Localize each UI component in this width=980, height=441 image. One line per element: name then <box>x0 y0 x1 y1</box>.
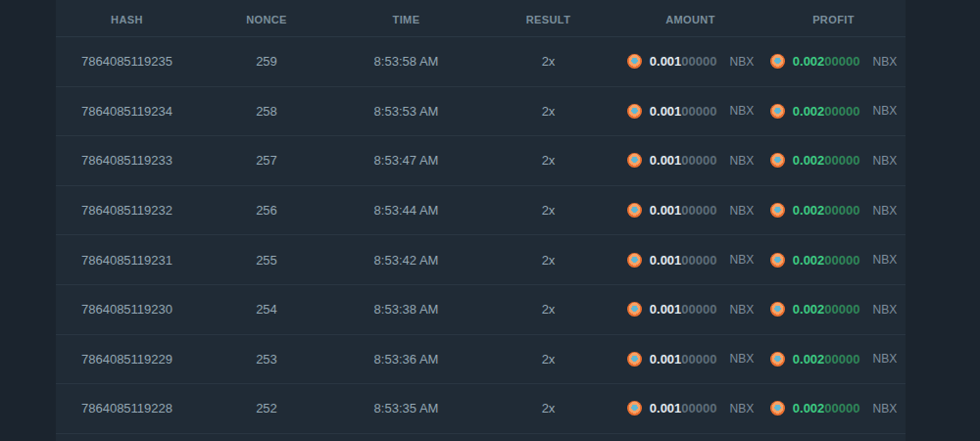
cell-profit: 0.00200000 NBX <box>761 153 906 168</box>
profit-value: 0.00200000 <box>793 104 860 119</box>
amount-value: 0.00100000 <box>650 352 717 367</box>
cell-nonce: 255 <box>198 253 335 268</box>
table-row[interactable]: 7864085119230 254 8:53:38 AM 2x 0.001000… <box>56 285 906 335</box>
coin-icon <box>627 352 642 367</box>
cell-hash: 7864085119234 <box>56 104 198 119</box>
cell-amount: 0.00100000 NBX <box>619 302 761 317</box>
coin-icon <box>627 153 642 168</box>
table-row[interactable]: 7864085119234 258 8:53:53 AM 2x 0.001000… <box>56 87 906 137</box>
column-header-time: TIME <box>335 14 477 25</box>
cell-hash: 7864085119229 <box>56 352 198 367</box>
profit-currency: NBX <box>873 204 898 218</box>
column-header-profit: PROFIT <box>761 14 906 25</box>
cell-time: 8:53:35 AM <box>335 401 477 416</box>
cell-nonce: 254 <box>198 302 335 317</box>
cell-result: 2x <box>477 153 619 168</box>
cell-result: 2x <box>477 203 619 218</box>
amount-currency: NBX <box>730 352 755 366</box>
profit-currency: NBX <box>873 402 898 416</box>
profit-currency: NBX <box>873 352 898 366</box>
cell-result: 2x <box>477 401 619 416</box>
profit-value: 0.00200000 <box>793 253 860 268</box>
cell-profit: 0.00200000 NBX <box>761 203 906 218</box>
column-header-hash: HASH <box>56 14 198 25</box>
column-header-amount: AMOUNT <box>619 14 761 25</box>
cell-amount: 0.00100000 NBX <box>619 401 761 416</box>
cell-amount: 0.00100000 NBX <box>619 253 761 268</box>
profit-value: 0.00200000 <box>793 153 860 168</box>
coin-icon <box>770 104 785 119</box>
amount-currency: NBX <box>730 154 755 168</box>
table-row[interactable]: 7864085119231 255 8:53:42 AM 2x 0.001000… <box>56 235 906 285</box>
coin-icon <box>770 302 785 317</box>
amount-value: 0.00100000 <box>650 153 717 168</box>
coin-icon <box>770 253 785 268</box>
table-header: HASH NONCE TIME RESULT AMOUNT PROFIT <box>56 0 906 37</box>
cell-time: 8:53:53 AM <box>335 104 477 119</box>
amount-value: 0.00100000 <box>650 203 717 218</box>
amount-currency: NBX <box>730 204 755 218</box>
cell-time: 8:53:47 AM <box>335 153 477 168</box>
coin-icon <box>627 253 642 268</box>
cell-nonce: 256 <box>198 203 335 218</box>
table-row[interactable]: 7864085119229 253 8:53:36 AM 2x 0.001000… <box>56 335 906 385</box>
profit-value: 0.00200000 <box>793 203 860 218</box>
profit-value: 0.00200000 <box>793 54 860 69</box>
amount-currency: NBX <box>730 55 755 69</box>
coin-icon <box>627 104 642 119</box>
coin-icon <box>627 401 642 416</box>
cell-result: 2x <box>477 302 619 317</box>
table-row[interactable]: 7864085119235 259 8:53:58 AM 2x 0.001000… <box>56 37 906 87</box>
table-row[interactable]: 7864085119233 257 8:53:47 AM 2x 0.001000… <box>56 136 906 186</box>
cell-result: 2x <box>477 104 619 119</box>
amount-value: 0.00100000 <box>650 401 717 416</box>
cell-hash: 7864085119232 <box>56 203 198 218</box>
coin-icon <box>770 153 785 168</box>
cell-result: 2x <box>477 253 619 268</box>
cell-nonce: 258 <box>198 104 335 119</box>
cell-nonce: 252 <box>198 401 335 416</box>
cell-profit: 0.00200000 NBX <box>761 401 906 416</box>
coin-icon <box>627 302 642 317</box>
cell-profit: 0.00200000 NBX <box>761 302 906 317</box>
cell-hash: 7864085119235 <box>56 54 198 69</box>
coin-icon <box>770 401 785 416</box>
cell-hash: 7864085119228 <box>56 401 198 416</box>
cell-result: 2x <box>477 352 619 367</box>
amount-value: 0.00100000 <box>650 302 717 317</box>
amount-currency: NBX <box>730 104 755 118</box>
coin-icon <box>627 203 642 218</box>
cell-time: 8:53:42 AM <box>335 253 477 268</box>
table-row[interactable]: 7864085119228 252 8:53:35 AM 2x 0.001000… <box>56 384 906 434</box>
profit-value: 0.00200000 <box>793 401 860 416</box>
cell-amount: 0.00100000 NBX <box>619 203 761 218</box>
cell-time: 8:53:58 AM <box>335 54 477 69</box>
cell-amount: 0.00100000 NBX <box>619 54 761 69</box>
profit-value: 0.00200000 <box>793 352 860 367</box>
cell-nonce: 253 <box>198 352 335 367</box>
column-header-result: RESULT <box>477 14 619 25</box>
bet-history-table: HASH NONCE TIME RESULT AMOUNT PROFIT 786… <box>56 0 906 441</box>
cell-hash: 7864085119230 <box>56 302 198 317</box>
cell-hash: 7864085119233 <box>56 153 198 168</box>
cell-time: 8:53:36 AM <box>335 352 477 367</box>
profit-value: 0.00200000 <box>793 302 860 317</box>
cell-hash: 7864085119231 <box>56 253 198 268</box>
amount-currency: NBX <box>730 253 755 267</box>
cell-amount: 0.00100000 NBX <box>619 153 761 168</box>
amount-currency: NBX <box>730 303 755 317</box>
cell-amount: 0.00100000 NBX <box>619 104 761 119</box>
coin-icon <box>770 54 785 69</box>
amount-value: 0.00100000 <box>650 253 717 268</box>
cell-result: 2x <box>477 54 619 69</box>
coin-icon <box>627 54 642 69</box>
amount-value: 0.00100000 <box>650 104 717 119</box>
profit-currency: NBX <box>873 55 898 69</box>
coin-icon <box>770 352 785 367</box>
cell-profit: 0.00200000 NBX <box>761 352 906 367</box>
cell-time: 8:53:44 AM <box>335 203 477 218</box>
coin-icon <box>770 203 785 218</box>
cell-amount: 0.00100000 NBX <box>619 352 761 367</box>
table-row[interactable]: 7864085119232 256 8:53:44 AM 2x 0.001000… <box>56 186 906 236</box>
cell-nonce: 257 <box>198 153 335 168</box>
